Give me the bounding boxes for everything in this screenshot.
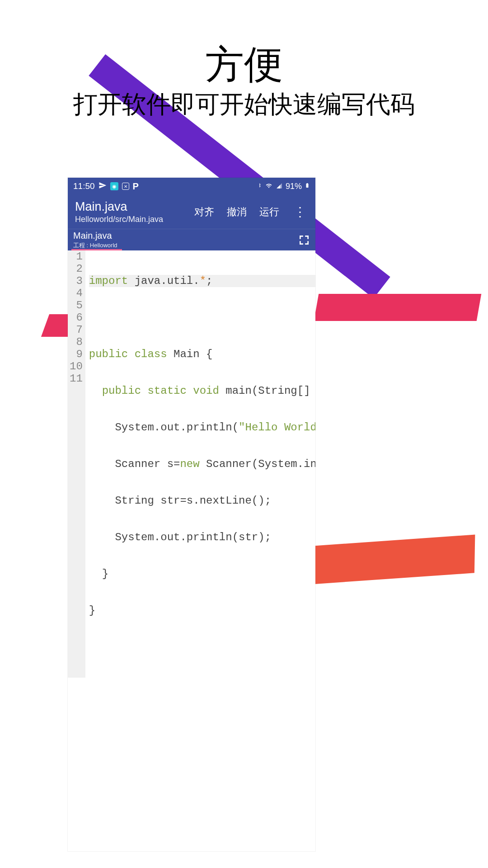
- code-line: Scanner s=new Scanner(System.in: [89, 458, 315, 470]
- code-line: System.out.println("Hello World: [89, 421, 315, 434]
- code-line: [89, 311, 315, 324]
- undo-button[interactable]: 撤消: [227, 205, 247, 219]
- app-title: Main.java: [75, 200, 163, 214]
- promo-title: 方便: [0, 38, 488, 91]
- line-number: 5: [70, 299, 83, 311]
- wifi-icon: [265, 182, 273, 191]
- line-number: 7: [70, 324, 83, 336]
- code-line: import java.util.*;: [89, 275, 315, 287]
- line-number-gutter: 1 2 3 4 5 6 7 8 9 10 11: [68, 250, 85, 678]
- code-line: }: [89, 604, 315, 617]
- app-file-path: Helloworld/src/Main.java: [75, 215, 163, 224]
- more-menu-button[interactable]: ⋮: [292, 206, 308, 218]
- line-number: 4: [70, 287, 83, 299]
- camera-icon: ◉: [110, 182, 118, 190]
- tab-indicator: [71, 249, 122, 250]
- code-editor[interactable]: 1 2 3 4 5 6 7 8 9 10 11 import java.util…: [68, 250, 315, 678]
- p-icon: P: [133, 181, 139, 192]
- code-line: public static void main(String[]: [89, 385, 315, 397]
- decorative-stripe-red-bottom: [311, 535, 475, 585]
- signal-icon: [276, 182, 283, 191]
- code-line: public class Main {: [89, 348, 315, 360]
- code-line: [89, 641, 315, 653]
- decorative-stripe-pink-right: [314, 294, 482, 321]
- telegram-icon: [99, 181, 107, 192]
- app-bar: Main.java Helloworld/src/Main.java 对齐 撤消…: [68, 195, 315, 229]
- line-number: 6: [70, 311, 83, 324]
- line-number: 10: [70, 360, 83, 373]
- code-line: String str=s.nextLine();: [89, 495, 315, 507]
- badge-icon: ✕: [122, 183, 129, 190]
- line-number: 3: [70, 275, 83, 287]
- line-number: 1: [70, 250, 83, 263]
- tab-bar: Main.java 工程 : Helloworld: [68, 229, 315, 250]
- line-number: 11: [70, 373, 83, 385]
- tab-filename: Main.java: [73, 231, 117, 241]
- expand-icon[interactable]: [298, 234, 310, 246]
- battery-icon: [305, 181, 310, 192]
- status-bar: 11:50 ◉ ✕ P 91%: [68, 178, 315, 195]
- code-line: System.out.println(str);: [89, 531, 315, 543]
- battery-percent: 91%: [286, 182, 302, 191]
- tab-project-label: 工程 : Helloworld: [73, 241, 117, 250]
- align-button[interactable]: 对齐: [194, 205, 214, 219]
- code-line: }: [89, 568, 315, 580]
- tab-item[interactable]: Main.java 工程 : Helloworld: [73, 231, 117, 250]
- bluetooth-icon: [257, 182, 262, 191]
- line-number: 8: [70, 336, 83, 348]
- promo-subtitle: 打开软件即可开始快速编写代码: [0, 88, 488, 121]
- status-time: 11:50: [73, 181, 95, 191]
- code-content[interactable]: import java.util.*; public class Main { …: [85, 250, 315, 678]
- phone-screenshot: 11:50 ◉ ✕ P 91% Main.java: [68, 178, 315, 851]
- line-number: 2: [70, 263, 83, 275]
- run-button[interactable]: 运行: [259, 205, 279, 219]
- line-number: 9: [70, 348, 83, 360]
